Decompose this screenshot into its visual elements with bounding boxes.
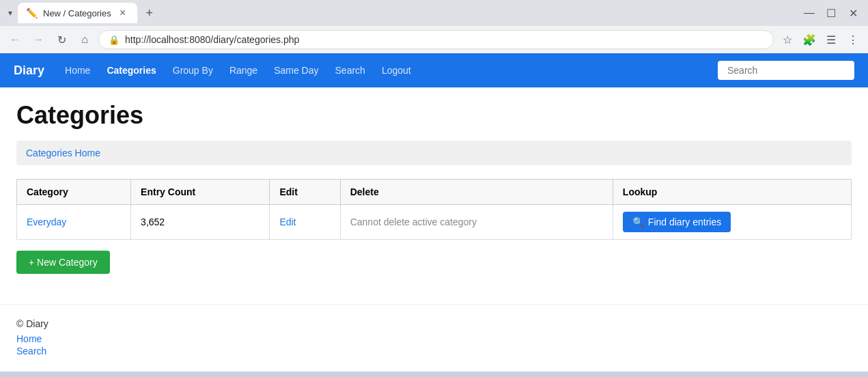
history-dropdown-btn[interactable]: ▾ <box>5 5 15 21</box>
tab-icon: ✏️ <box>26 8 38 18</box>
profile-btn[interactable]: ☰ <box>822 30 841 49</box>
col-header-delete: Delete <box>340 180 613 205</box>
menu-btn[interactable]: ⋮ <box>843 30 863 49</box>
navbar-search-input[interactable] <box>718 61 854 80</box>
nav-link-sameday[interactable]: Same Day <box>267 61 325 80</box>
tab-close-btn[interactable]: × <box>117 7 129 19</box>
minimize-btn[interactable]: — <box>800 3 819 23</box>
forward-btn[interactable]: → <box>29 30 48 49</box>
table-row: Everyday 3,652 Edit Cannot delete active… <box>17 205 852 240</box>
navbar-links: Home Categories Group By Range Same Day … <box>58 61 718 80</box>
breadcrumb-link[interactable]: Categories Home <box>26 148 100 158</box>
cell-delete: Cannot delete active category <box>340 205 613 240</box>
cell-category: Everyday <box>17 205 131 240</box>
url-input[interactable] <box>125 34 764 45</box>
nav-link-range[interactable]: Range <box>223 61 264 80</box>
url-bar[interactable]: 🔒 <box>98 30 774 49</box>
nav-link-logout[interactable]: Logout <box>375 61 418 80</box>
cell-edit: Edit <box>270 205 340 240</box>
col-header-lookup: Lookup <box>613 180 851 205</box>
edit-link[interactable]: Edit <box>279 217 296 227</box>
cell-entry-count: 3,652 <box>131 205 270 240</box>
find-diary-entries-btn[interactable]: 🔍 Find diary entries <box>623 212 731 232</box>
category-link[interactable]: Everyday <box>27 217 66 227</box>
reload-btn[interactable]: ↻ <box>52 30 71 49</box>
lock-icon: 🔒 <box>109 35 120 45</box>
browser-top-bar: ▾ ✏️ New / Categories × + — ☐ ✕ <box>0 0 868 26</box>
table-header: Category Entry Count Edit Delete Lookup <box>17 180 852 205</box>
back-btn[interactable]: ← <box>5 30 25 49</box>
cell-lookup: 🔍 Find diary entries <box>613 205 851 240</box>
table-body: Everyday 3,652 Edit Cannot delete active… <box>17 205 852 240</box>
col-header-edit: Edit <box>270 180 340 205</box>
categories-table: Category Entry Count Edit Delete Lookup … <box>16 179 852 240</box>
nav-link-groupby[interactable]: Group By <box>166 61 220 80</box>
bookmark-btn[interactable]: ☆ <box>778 30 797 49</box>
page-content: Categories Categories Home Category Entr… <box>0 87 868 288</box>
breadcrumb-bar: Categories Home <box>16 141 852 165</box>
nav-link-categories[interactable]: Categories <box>100 61 163 80</box>
new-category-btn[interactable]: + New Category <box>16 251 110 274</box>
navbar-brand[interactable]: Diary <box>14 64 44 78</box>
window-controls: — ☐ ✕ <box>800 3 863 23</box>
delete-disabled-text: Cannot delete active category <box>350 217 477 227</box>
close-btn[interactable]: ✕ <box>843 3 863 23</box>
footer-link-home[interactable]: Home <box>16 333 852 344</box>
tab-title: New / Categories <box>43 8 111 18</box>
extensions-btn[interactable]: 🧩 <box>800 30 819 49</box>
home-btn[interactable]: ⌂ <box>75 30 94 49</box>
browser-tab[interactable]: ✏️ New / Categories × <box>18 3 137 23</box>
footer-link-search[interactable]: Search <box>16 346 852 357</box>
nav-link-search[interactable]: Search <box>328 61 372 80</box>
new-tab-btn[interactable]: + <box>140 3 159 23</box>
page-title: Categories <box>16 101 852 130</box>
footer-copyright: © Diary <box>16 318 852 329</box>
col-header-entry-count: Entry Count <box>131 180 270 205</box>
footer: © Diary Home Search <box>0 304 868 372</box>
navbar: Diary Home Categories Group By Range Sam… <box>0 53 868 87</box>
col-header-category: Category <box>17 180 131 205</box>
find-btn-label: Find diary entries <box>648 217 721 227</box>
browser-action-buttons: ☆ 🧩 ☰ ⋮ <box>778 30 863 49</box>
search-icon: 🔍 <box>632 217 644 227</box>
nav-link-home[interactable]: Home <box>58 61 97 80</box>
app-content: Diary Home Categories Group By Range Sam… <box>0 53 868 372</box>
maximize-btn[interactable]: ☐ <box>822 3 841 23</box>
browser-nav-bar: ← → ↻ ⌂ 🔒 ☆ 🧩 ☰ ⋮ <box>0 26 868 53</box>
